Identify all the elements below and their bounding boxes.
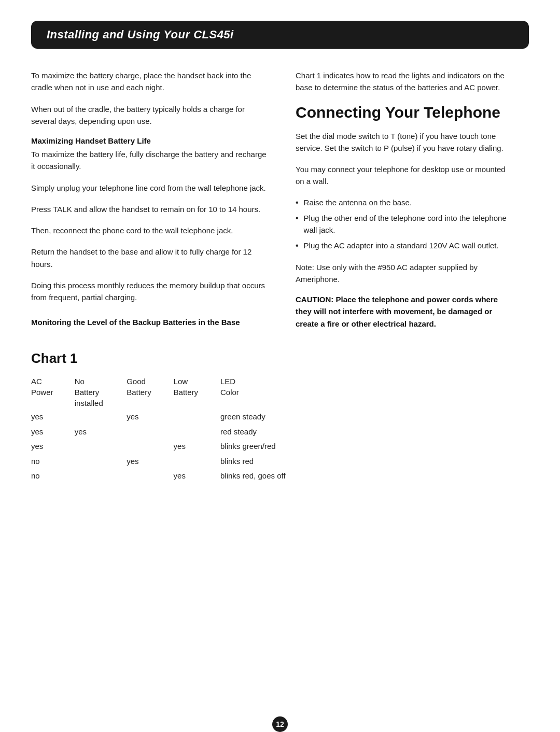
section2-heading: Monitoring the Level of the Backup Batte…	[31, 318, 270, 327]
section1-para-5: Return the handset to the base and allow…	[31, 246, 270, 270]
chart-header-row: ACPower NoBatteryinstalled GoodBattery L…	[31, 375, 321, 410]
page-number-container: 12	[272, 716, 288, 732]
page-number-circle: 12	[272, 716, 288, 732]
section1-para-6: Doing this process monthly reduces the m…	[31, 279, 270, 304]
page-container: Installing and Using Your CLS45i To maxi…	[0, 21, 560, 732]
header-bar: Installing and Using Your CLS45i	[31, 21, 529, 49]
chart-section: Chart 1 ACPower NoBatteryinstalled GoodB…	[31, 350, 529, 484]
row1-ac: yes	[31, 410, 75, 425]
col-ac-power: ACPower	[31, 375, 75, 410]
row5-no-bat	[75, 469, 127, 484]
row4-no-bat	[75, 454, 127, 469]
left-column: To maximize the battery charge, place th…	[31, 69, 270, 330]
right-para-1: Chart 1 indicates how to read the lights…	[296, 69, 513, 94]
monitoring-section: Monitoring the Level of the Backup Batte…	[31, 318, 270, 327]
row1-low-bat	[174, 410, 220, 425]
row5-low-bat: yes	[174, 469, 220, 484]
row5-led: blinks red, goes off	[220, 469, 321, 484]
section1-para-1: To maximize the battery life, fully disc…	[31, 148, 270, 173]
caution-text: CAUTION: Place the telephone and power c…	[296, 293, 513, 330]
chart-row-1: yes yes green steady	[31, 410, 321, 425]
chart-row-2: yes yes red steady	[31, 425, 321, 440]
content-area: To maximize the battery charge, place th…	[31, 69, 529, 330]
row3-low-bat: yes	[174, 439, 220, 454]
right-para-3: You may connect your telephone for deskt…	[296, 163, 513, 188]
chart-table: ACPower NoBatteryinstalled GoodBattery L…	[31, 375, 321, 484]
row4-led: blinks red	[220, 454, 321, 469]
left-para-2: When out of the cradle, the battery typi…	[31, 103, 270, 128]
header-title: Installing and Using Your CLS45i	[47, 28, 234, 41]
chart-row-3: yes yes blinks green/red	[31, 439, 321, 454]
section1-heading: Maximizing Handset Battery Life	[31, 136, 270, 145]
row5-ac: no	[31, 469, 75, 484]
right-column: Chart 1 indicates how to read the lights…	[296, 69, 513, 330]
right-para-2: Set the dial mode switch to T (tone) if …	[296, 130, 513, 154]
section1-para-4: Then, reconnect the phone cord to the wa…	[31, 224, 270, 236]
row2-ac: yes	[31, 425, 75, 440]
bullet-item-1: Raise the antenna on the base.	[296, 197, 513, 209]
row3-ac: yes	[31, 439, 75, 454]
col-led-color: LEDColor	[220, 375, 321, 410]
chart-row-4: no yes blinks red	[31, 454, 321, 469]
bullet-item-2: Plug the other end of the telephone cord…	[296, 213, 513, 236]
section1-para-3: Press TALK and allow the handset to rema…	[31, 203, 270, 215]
connecting-heading: Connecting Your Telephone	[296, 103, 513, 122]
bullet-item-3: Plug the AC adapter into a standard 120V…	[296, 240, 513, 252]
col-no-battery: NoBatteryinstalled	[75, 375, 127, 410]
row2-no-bat: yes	[75, 425, 127, 440]
col-low-battery: LowBattery	[174, 375, 220, 410]
row2-low-bat	[174, 425, 220, 440]
row1-good-bat: yes	[127, 410, 173, 425]
chart-row-5: no yes blinks red, goes off	[31, 469, 321, 484]
row4-good-bat: yes	[127, 454, 173, 469]
page-number: 12	[276, 720, 284, 728]
row4-ac: no	[31, 454, 75, 469]
row3-led: blinks green/red	[220, 439, 321, 454]
note-text: Note: Use only with the #950 AC adapter …	[296, 261, 513, 286]
bullet-list: Raise the antenna on the base. Plug the …	[296, 197, 513, 252]
row3-good-bat	[127, 439, 173, 454]
row1-no-bat	[75, 410, 127, 425]
left-para-1: To maximize the battery charge, place th…	[31, 69, 270, 94]
chart-heading: Chart 1	[31, 350, 529, 367]
row2-led: red steady	[220, 425, 321, 440]
row4-low-bat	[174, 454, 220, 469]
row2-good-bat	[127, 425, 173, 440]
row5-good-bat	[127, 469, 173, 484]
row1-led: green steady	[220, 410, 321, 425]
row3-no-bat	[75, 439, 127, 454]
section1-para-2: Simply unplug your telephone line cord f…	[31, 182, 270, 194]
col-good-battery: GoodBattery	[127, 375, 173, 410]
